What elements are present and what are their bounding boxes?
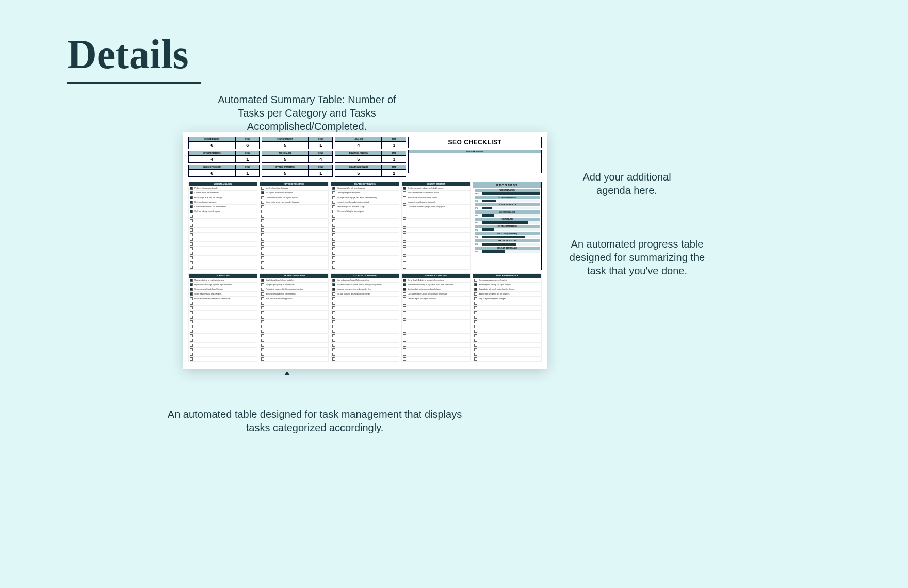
checkbox-icon[interactable] <box>403 196 406 199</box>
checkbox-icon[interactable] <box>332 297 335 300</box>
checkbox-icon[interactable] <box>190 205 193 208</box>
task-row[interactable] <box>260 338 328 343</box>
checkbox-icon[interactable] <box>332 242 335 246</box>
task-row[interactable] <box>260 247 328 251</box>
task-row[interactable] <box>331 260 399 265</box>
task-row[interactable] <box>331 297 399 301</box>
task-row[interactable] <box>331 223 399 228</box>
task-row[interactable] <box>331 343 399 348</box>
checkbox-icon[interactable] <box>261 344 264 347</box>
checkbox-icon[interactable] <box>190 256 193 259</box>
task-row[interactable] <box>189 343 257 348</box>
task-row[interactable] <box>331 329 399 334</box>
checkbox-icon[interactable] <box>190 292 193 296</box>
checkbox-icon[interactable] <box>474 306 477 309</box>
task-row[interactable] <box>260 223 328 228</box>
task-row[interactable] <box>260 242 328 247</box>
task-row[interactable] <box>189 265 257 270</box>
task-row[interactable] <box>331 237 399 242</box>
checkbox-icon[interactable] <box>261 256 264 259</box>
checkbox-icon[interactable] <box>403 353 406 356</box>
checkbox-icon[interactable] <box>474 353 477 356</box>
checkbox-icon[interactable] <box>261 224 264 227</box>
task-row[interactable]: Submit XML sitemap to search engines. <box>189 292 257 297</box>
checkbox-icon[interactable] <box>332 187 335 190</box>
checkbox-icon[interactable] <box>332 325 335 328</box>
task-row[interactable] <box>402 343 470 348</box>
task-row[interactable] <box>189 223 257 228</box>
task-row[interactable] <box>331 311 399 315</box>
task-row[interactable]: Implement canonical tags to prevent dupl… <box>189 283 257 287</box>
checkbox-icon[interactable] <box>190 187 193 190</box>
checkbox-icon[interactable] <box>190 288 193 291</box>
task-row[interactable]: Craft compelling meta descriptions. <box>331 191 399 195</box>
task-row[interactable]: Build high-quality and relevant backlink… <box>260 278 328 283</box>
checkbox-icon[interactable] <box>332 283 335 286</box>
checkbox-icon[interactable] <box>190 238 193 241</box>
checkbox-icon[interactable] <box>403 330 406 333</box>
checkbox-icon[interactable] <box>332 238 335 241</box>
checkbox-icon[interactable] <box>403 247 406 250</box>
task-row[interactable] <box>473 301 541 306</box>
checkbox-icon[interactable] <box>261 334 264 337</box>
task-row[interactable] <box>402 214 470 219</box>
task-row[interactable] <box>260 233 328 237</box>
task-row[interactable] <box>402 306 470 311</box>
checkbox-icon[interactable] <box>332 228 335 232</box>
checkbox-icon[interactable] <box>403 339 406 342</box>
checkbox-icon[interactable] <box>190 316 193 319</box>
checkbox-icon[interactable] <box>261 357 264 361</box>
task-row[interactable] <box>331 247 399 251</box>
checkbox-icon[interactable] <box>190 330 193 333</box>
task-row[interactable] <box>402 219 470 223</box>
task-row[interactable]: Create a list of primary and secondary k… <box>260 200 328 205</box>
checkbox-icon[interactable] <box>403 242 406 246</box>
task-row[interactable] <box>473 343 541 348</box>
task-row[interactable]: Ensure HTTPS security and fix mixed cont… <box>189 297 257 301</box>
task-row[interactable] <box>260 311 328 315</box>
task-row[interactable] <box>402 324 470 329</box>
task-row[interactable] <box>189 338 257 343</box>
checkbox-icon[interactable] <box>474 339 477 342</box>
task-row[interactable] <box>402 247 470 251</box>
checkbox-icon[interactable] <box>332 339 335 342</box>
checkbox-icon[interactable] <box>403 205 406 208</box>
checkbox-icon[interactable] <box>332 288 335 291</box>
checkbox-icon[interactable] <box>474 279 477 282</box>
checkbox-icon[interactable] <box>403 344 406 347</box>
task-row[interactable] <box>189 247 257 251</box>
task-row[interactable] <box>473 324 541 329</box>
checkbox-icon[interactable] <box>261 353 264 356</box>
task-row[interactable] <box>189 251 257 256</box>
task-row[interactable]: Monitor keyword rankings and adjust stra… <box>473 283 541 287</box>
task-row[interactable]: Continuously update and refresh content. <box>473 278 541 283</box>
task-row[interactable] <box>260 348 328 352</box>
checkbox-icon[interactable] <box>261 311 264 314</box>
task-row[interactable] <box>260 343 328 348</box>
agenda-body[interactable] <box>409 153 541 173</box>
task-row[interactable] <box>402 357 470 362</box>
task-row[interactable] <box>189 348 257 352</box>
checkbox-icon[interactable] <box>474 311 477 314</box>
checkbox-icon[interactable] <box>261 205 264 208</box>
task-row[interactable]: Check mobile-friendliness and responsive… <box>189 205 257 209</box>
task-row[interactable] <box>260 320 328 324</box>
checkbox-icon[interactable] <box>332 302 335 305</box>
task-row[interactable] <box>473 352 541 357</box>
task-row[interactable] <box>402 301 470 306</box>
checkbox-icon[interactable] <box>261 201 264 204</box>
task-row[interactable]: Set up and verify Google Search Console. <box>189 287 257 292</box>
checkbox-icon[interactable] <box>403 210 406 213</box>
checkbox-icon[interactable] <box>332 205 335 208</box>
task-row[interactable] <box>189 357 257 362</box>
task-row[interactable]: Consider search volume and keyword diffi… <box>260 195 328 200</box>
checkbox-icon[interactable] <box>190 196 193 199</box>
checkbox-icon[interactable] <box>403 288 406 291</box>
task-row[interactable] <box>189 301 257 306</box>
task-row[interactable] <box>402 338 470 343</box>
checkbox-icon[interactable] <box>332 233 335 236</box>
task-row[interactable] <box>260 228 328 233</box>
checkbox-icon[interactable] <box>332 357 335 361</box>
task-row[interactable]: Set up Google Analytics for website traf… <box>402 278 470 283</box>
checkbox-icon[interactable] <box>261 210 264 213</box>
